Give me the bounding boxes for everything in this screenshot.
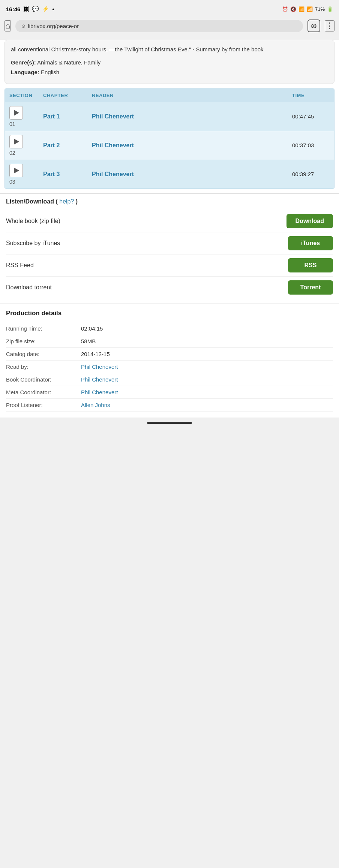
url-text: librivox.org/peace-or	[28, 23, 79, 29]
home-bar	[147, 422, 192, 424]
gallery-icon: 🖼	[23, 6, 29, 12]
zipsize-value: 58MB	[81, 338, 96, 344]
metacoord-value[interactable]: Phil Chenevert	[81, 389, 118, 395]
detail-row-proof: Proof Listener: Allen Johns	[6, 399, 333, 412]
wifi-icon: 📶	[298, 6, 304, 12]
language-line: Language: English	[11, 68, 328, 77]
table-row: 02 Part 2 Phil Chenevert 00:37:03	[5, 131, 334, 160]
language-value: English	[41, 69, 59, 75]
download-label: Whole book (zip file)	[6, 218, 60, 224]
chapter-reader-3: Phil Chenevert	[92, 171, 292, 178]
status-right: ⏰ 🔇 📶 📶 71% 🔋	[282, 6, 333, 12]
runtime-label: Running Time:	[6, 325, 81, 332]
play-icon-3	[14, 168, 19, 174]
page-content: all conventional Christmas-story hours, …	[0, 40, 339, 418]
site-icon: ⊙	[21, 23, 26, 29]
table-row: 01 Part 1 Phil Chenevert 00:47:45	[5, 102, 334, 131]
summary-section: all conventional Christmas-story hours, …	[4, 40, 334, 84]
genres-label: Genre(s):	[11, 59, 36, 66]
itunes-row: Subscribe by iTunes iTunes	[6, 232, 333, 254]
chapter-title-2: Part 2	[43, 142, 92, 149]
torrent-row: Download torrent Torrent	[6, 277, 333, 298]
itunes-button[interactable]: iTunes	[288, 236, 333, 250]
runtime-value: 02:04:15	[81, 325, 103, 332]
chapters-section: SECTION CHAPTER READER TIME 01 Part 1 Ph…	[4, 88, 334, 189]
detail-row-metacoord: Meta Coordinator: Phil Chenevert	[6, 386, 333, 399]
chapter-num-1: 01	[9, 121, 15, 127]
metacoord-label: Meta Coordinator:	[6, 389, 81, 395]
speech-bubble-icon: 💬	[32, 6, 39, 12]
language-label: Language:	[11, 69, 39, 75]
rss-label: RSS Feed	[6, 262, 34, 269]
download-row: Whole book (zip file) Download	[6, 210, 333, 232]
torrent-label: Download torrent	[6, 284, 52, 291]
proof-value[interactable]: Allen Johns	[81, 402, 110, 408]
catalog-label: Catalog date:	[6, 351, 81, 357]
listen-paren-close: )	[76, 198, 78, 205]
rss-row: RSS Feed RSS	[6, 254, 333, 277]
detail-row-zipsize: Zip file size: 58MB	[6, 335, 333, 348]
play-button-1[interactable]	[9, 106, 23, 120]
help-link[interactable]: help?	[59, 198, 74, 205]
listen-title: Listen/Download	[6, 198, 54, 205]
catalog-value: 2014-12-15	[81, 351, 110, 357]
chapter-reader-1: Phil Chenevert	[92, 113, 292, 120]
chapter-time-1: 00:47:45	[292, 113, 330, 120]
alarm-icon: ⏰	[282, 6, 288, 12]
rss-button[interactable]: RSS	[288, 258, 333, 272]
battery-icon: 🔋	[327, 6, 333, 12]
download-button[interactable]: Download	[286, 214, 333, 228]
play-cell-2: 02	[9, 135, 43, 156]
url-bar[interactable]: ⊙ librivox.org/peace-or	[15, 20, 303, 32]
home-button[interactable]: ⌂	[4, 20, 11, 31]
itunes-label: Subscribe by iTunes	[6, 240, 60, 247]
chapter-num-3: 03	[9, 179, 15, 185]
chapter-time-3: 00:39:27	[292, 171, 330, 177]
zipsize-label: Zip file size:	[6, 338, 81, 344]
more-button[interactable]: ⋮	[325, 20, 334, 31]
chapter-num-2: 02	[9, 150, 15, 156]
header-chapter: CHAPTER	[43, 93, 92, 98]
play-button-2[interactable]	[9, 135, 23, 148]
detail-row-runtime: Running Time: 02:04:15	[6, 322, 333, 335]
production-title: Production details	[6, 310, 333, 317]
header-time: TIME	[292, 93, 330, 98]
play-icon-1	[14, 110, 19, 116]
chapter-title-1: Part 1	[43, 113, 92, 120]
readby-label: Read by:	[6, 364, 81, 370]
detail-row-readby: Read by: Phil Chenevert	[6, 361, 333, 373]
home-icon: ⌂	[5, 21, 10, 30]
signal-icon: 📶	[307, 6, 313, 12]
time: 16:46	[6, 6, 20, 12]
battery: 71%	[315, 6, 325, 12]
status-left: 16:46 🖼 💬 ⚡ •	[6, 6, 54, 12]
detail-row-catalog: Catalog date: 2014-12-15	[6, 348, 333, 361]
torrent-button[interactable]: Torrent	[288, 280, 333, 295]
play-icon-2	[14, 139, 19, 145]
play-cell-1: 01	[9, 106, 43, 127]
header-section: SECTION	[9, 93, 43, 98]
tab-count[interactable]: 83	[308, 19, 320, 32]
proof-label: Proof Listener:	[6, 402, 81, 408]
listen-paren-open: (	[56, 198, 57, 205]
bookcoord-value[interactable]: Phil Chenevert	[81, 376, 118, 383]
header-reader: READER	[92, 93, 292, 98]
chapter-title-3: Part 3	[43, 171, 92, 178]
chapter-reader-2: Phil Chenevert	[92, 142, 292, 149]
bookcoord-label: Book Coordinator:	[6, 376, 81, 383]
chapters-header: SECTION CHAPTER READER TIME	[5, 89, 334, 102]
play-cell-3: 03	[9, 164, 43, 185]
chapter-time-2: 00:37:03	[292, 142, 330, 148]
genres-line: Genre(s): Animals & Nature, Family	[11, 58, 328, 67]
messenger-icon: ⚡	[42, 6, 49, 12]
home-indicator	[0, 418, 339, 429]
listen-download-section: Listen/Download ( help? ) Whole book (zi…	[0, 193, 339, 303]
more-icon: ⋮	[326, 21, 334, 30]
readby-value[interactable]: Phil Chenevert	[81, 364, 118, 370]
listen-header: Listen/Download ( help? )	[6, 198, 333, 205]
play-button-3[interactable]	[9, 164, 23, 177]
status-bar: 16:46 🖼 💬 ⚡ • ⏰ 🔇 📶 📶 71% 🔋	[0, 0, 339, 16]
table-row: 03 Part 3 Phil Chenevert 00:39:27	[5, 160, 334, 189]
browser-chrome: ⌂ ⊙ librivox.org/peace-or 83 ⋮	[0, 16, 339, 35]
dot-indicator: •	[52, 6, 54, 12]
